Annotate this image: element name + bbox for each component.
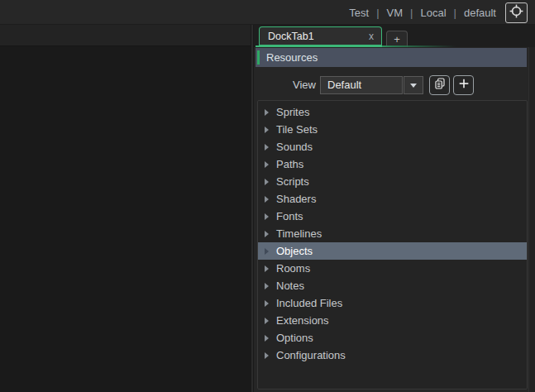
app-window: Test | VM | Local | default xyxy=(0,0,535,392)
chevron-right-icon[interactable] xyxy=(265,179,269,185)
chevron-right-icon[interactable] xyxy=(265,352,269,359)
new-tab-button[interactable]: + xyxy=(386,31,408,47)
tree-row[interactable]: Shaders xyxy=(258,190,527,208)
view-label: View xyxy=(293,76,316,94)
tree-row[interactable]: Fonts xyxy=(258,208,527,225)
dock-tab-label: DockTab1 xyxy=(260,31,369,42)
chevron-right-icon[interactable] xyxy=(265,300,269,307)
tree-item-label: Notes xyxy=(276,280,304,292)
chevron-right-icon[interactable] xyxy=(265,161,269,168)
tree-row[interactable]: Sprites xyxy=(258,103,527,121)
tree-item-label: Rooms xyxy=(276,262,310,275)
tree-item-label: Tile Sets xyxy=(276,123,318,136)
tree-row[interactable]: Extensions xyxy=(258,312,527,329)
tree-item-label: Scripts xyxy=(276,175,309,188)
tree-row[interactable]: Notes xyxy=(258,277,527,294)
target-platform[interactable]: Local xyxy=(420,7,446,19)
tree-item-label: Paths xyxy=(276,158,303,170)
panel-title: Resources xyxy=(266,51,318,64)
tree-item-label: Sounds xyxy=(276,141,313,153)
chevron-right-icon[interactable] xyxy=(265,318,269,324)
tree-row[interactable]: Included Files xyxy=(258,294,527,312)
tree-item-label: Extensions xyxy=(276,314,329,327)
plus-icon xyxy=(457,77,471,93)
dock-tabstrip: DockTab1 x + xyxy=(254,25,535,47)
chevron-right-icon[interactable] xyxy=(265,127,269,133)
target-device[interactable]: default xyxy=(464,7,496,19)
tree-item-label: Configurations xyxy=(276,349,346,361)
panel-header[interactable]: Resources xyxy=(256,48,527,67)
tree-row[interactable]: Scripts xyxy=(258,173,527,190)
chevron-right-icon[interactable] xyxy=(265,335,269,342)
add-view-button[interactable] xyxy=(453,75,474,95)
dock-tab[interactable]: DockTab1 x xyxy=(259,26,382,47)
target-separator: | xyxy=(454,7,456,19)
chevron-right-icon[interactable] xyxy=(265,144,269,151)
tree-item-label: Shaders xyxy=(276,193,316,205)
panel-accent-bar xyxy=(257,50,260,65)
chevron-right-icon[interactable] xyxy=(265,213,269,220)
tree-row[interactable]: Tile Sets xyxy=(258,121,527,138)
duplicate-view-button[interactable] xyxy=(429,75,450,95)
top-bar: Test | VM | Local | default xyxy=(0,0,535,25)
view-dropdown[interactable]: Default xyxy=(320,76,423,94)
tab-close-icon[interactable]: x xyxy=(369,31,381,42)
tree-item-label: Fonts xyxy=(276,210,303,222)
tree-row[interactable]: Timelines xyxy=(258,225,527,242)
tree-item-label: Options xyxy=(276,332,313,344)
target-manager-button[interactable] xyxy=(505,2,528,23)
workspace-canvas xyxy=(0,46,251,392)
tree-row[interactable]: Sounds xyxy=(258,138,527,155)
tree-row[interactable]: Options xyxy=(258,329,527,347)
resource-tree: Sprites Tile Sets Sounds Paths Scripts S… xyxy=(257,100,528,390)
tree-item-label: Timelines xyxy=(276,227,322,240)
chevron-right-icon[interactable] xyxy=(265,283,269,289)
tree-row[interactable]: Rooms xyxy=(258,260,527,277)
chevron-down-icon xyxy=(410,84,417,88)
target-runtime[interactable]: VM xyxy=(387,7,404,19)
chevron-right-icon[interactable] xyxy=(265,248,269,255)
crosshair-target-icon xyxy=(509,3,524,22)
left-dock-tabstrip xyxy=(0,25,251,46)
target-config[interactable]: Test xyxy=(349,7,369,19)
copy-icon xyxy=(433,77,447,93)
chevron-right-icon[interactable] xyxy=(265,196,269,203)
dropdown-arrow-button[interactable] xyxy=(404,76,423,94)
target-separator: | xyxy=(376,7,379,19)
chevron-right-icon[interactable] xyxy=(265,231,269,237)
target-selector: Test | VM | Local | default xyxy=(349,0,496,25)
tree-item-label: Sprites xyxy=(276,106,309,118)
chevron-right-icon[interactable] xyxy=(265,265,269,272)
chevron-right-icon[interactable] xyxy=(265,109,269,116)
tree-item-label: Objects xyxy=(276,245,313,257)
dock-right-gutter xyxy=(528,47,535,392)
resources-dock: DockTab1 x + Resources View Default xyxy=(254,25,535,392)
tree-row[interactable]: Configurations xyxy=(258,347,527,364)
tree-row[interactable]: Paths xyxy=(258,155,527,173)
tree-row[interactable]: Objects xyxy=(258,242,527,260)
tree-item-label: Included Files xyxy=(276,297,342,309)
target-separator: | xyxy=(410,7,413,19)
view-dropdown-value[interactable]: Default xyxy=(320,76,403,94)
